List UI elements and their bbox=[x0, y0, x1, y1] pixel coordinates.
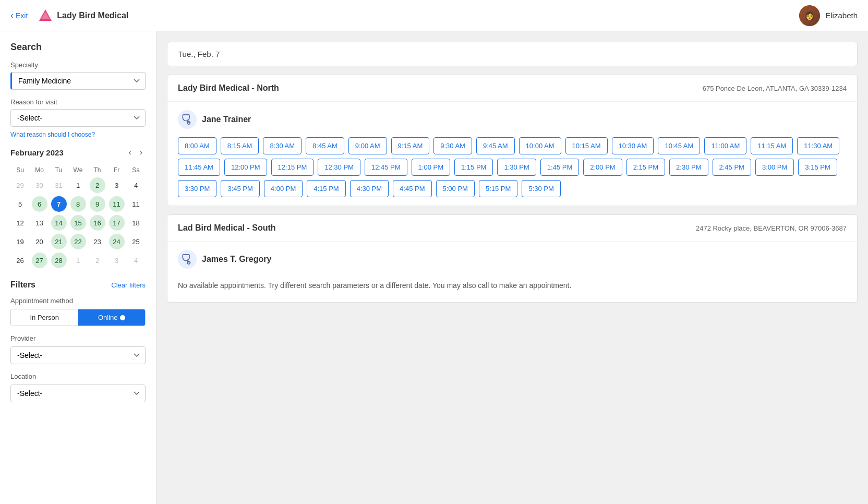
time-slot-button[interactable]: 5:00 PM bbox=[436, 180, 475, 197]
time-slot-button[interactable]: 2:45 PM bbox=[713, 159, 751, 176]
brand-name: Lady Bird Medical bbox=[57, 11, 128, 20]
time-slot-button[interactable]: 10:00 AM bbox=[519, 137, 561, 154]
calendar-day[interactable]: 3 bbox=[107, 176, 126, 195]
time-slot-button[interactable]: 5:30 PM bbox=[522, 180, 560, 197]
doctor-icon bbox=[178, 250, 197, 269]
time-slot-button[interactable]: 11:30 AM bbox=[797, 137, 839, 154]
calendar-day[interactable]: 29 bbox=[10, 176, 30, 195]
time-slot-button[interactable]: 8:45 AM bbox=[306, 137, 344, 154]
calendar-day[interactable]: 15 bbox=[68, 213, 88, 232]
time-slot-button[interactable]: 12:00 PM bbox=[224, 159, 267, 176]
calendar-day[interactable]: 31 bbox=[49, 176, 68, 195]
time-slot-button[interactable]: 3:15 PM bbox=[798, 159, 837, 176]
calendar-day[interactable]: 7 bbox=[49, 195, 68, 213]
calendar-day[interactable]: 14 bbox=[49, 213, 68, 232]
brand-icon bbox=[38, 8, 53, 23]
time-slot-button[interactable]: 8:15 AM bbox=[221, 137, 259, 154]
calendar-day[interactable]: 8 bbox=[68, 195, 88, 213]
calendar-day[interactable]: 17 bbox=[107, 213, 126, 232]
calendar-day[interactable]: 13 bbox=[30, 213, 49, 232]
avatar-image: 👩 bbox=[799, 5, 820, 26]
calendar-day[interactable]: 11 bbox=[107, 195, 126, 213]
time-slot-button[interactable]: 2:30 PM bbox=[669, 159, 708, 176]
calendar-day[interactable]: 12 bbox=[10, 213, 30, 232]
specialty-select[interactable]: Family Medicine bbox=[10, 72, 146, 90]
prev-month-button[interactable]: ‹ bbox=[125, 147, 134, 158]
time-slot-button[interactable]: 2:15 PM bbox=[626, 159, 665, 176]
clear-filters-button[interactable]: Clear filters bbox=[111, 281, 146, 289]
reason-group: Reason for visit -Select- What reason sh… bbox=[10, 98, 146, 138]
time-slot-button[interactable]: 5:15 PM bbox=[479, 180, 517, 197]
calendar-day[interactable]: 26 bbox=[10, 251, 30, 270]
time-slot-button[interactable]: 12:15 PM bbox=[271, 159, 314, 176]
time-slot-button[interactable]: 4:15 PM bbox=[307, 180, 345, 197]
calendar-day[interactable]: 21 bbox=[49, 232, 68, 251]
time-slot-button[interactable]: 11:45 AM bbox=[178, 159, 220, 176]
time-slot-button[interactable]: 10:15 AM bbox=[565, 137, 608, 154]
time-slot-button[interactable]: 12:45 PM bbox=[365, 159, 407, 176]
time-slot-button[interactable]: 1:15 PM bbox=[454, 159, 493, 176]
calendar-day[interactable]: 24 bbox=[107, 232, 126, 251]
time-slot-button[interactable]: 2:00 PM bbox=[583, 159, 622, 176]
calendar-day[interactable]: 22 bbox=[68, 232, 88, 251]
time-slot-button[interactable]: 4:30 PM bbox=[350, 180, 389, 197]
location-label: Location bbox=[10, 373, 146, 380]
clinic-header: Lad Bird Medical - South2472 Rocky place… bbox=[167, 215, 857, 242]
calendar-day[interactable]: 4 bbox=[126, 251, 146, 270]
time-slot-button[interactable]: 3:30 PM bbox=[178, 180, 216, 197]
calendar-day[interactable]: 28 bbox=[49, 251, 68, 270]
time-slot-button[interactable]: 3:00 PM bbox=[755, 159, 794, 176]
calendar-day[interactable]: 18 bbox=[126, 213, 146, 232]
calendar-day[interactable]: 3 bbox=[107, 251, 126, 270]
time-slot-button[interactable]: 9:00 AM bbox=[348, 137, 387, 154]
time-slot-button[interactable]: 3:45 PM bbox=[221, 180, 259, 197]
calendar-day[interactable]: 25 bbox=[126, 232, 146, 251]
time-slot-button[interactable]: 1:45 PM bbox=[540, 159, 579, 176]
time-slot-button[interactable]: 9:15 AM bbox=[391, 137, 430, 154]
online-indicator bbox=[120, 315, 125, 320]
time-slot-button[interactable]: 10:45 AM bbox=[658, 137, 700, 154]
provider-filter-group: Provider -Select- bbox=[10, 334, 146, 364]
calendar-day[interactable]: 1 bbox=[68, 251, 88, 270]
time-slot-button[interactable]: 12:30 PM bbox=[318, 159, 360, 176]
exit-button[interactable]: Exit bbox=[10, 10, 28, 21]
time-slot-button[interactable]: 1:30 PM bbox=[497, 159, 536, 176]
calendar-day[interactable]: 5 bbox=[10, 195, 30, 213]
time-slot-button[interactable]: 4:00 PM bbox=[264, 180, 303, 197]
calendar-day[interactable]: 9 bbox=[88, 195, 107, 213]
reason-label: Reason for visit bbox=[10, 98, 146, 106]
calendar-day[interactable]: 23 bbox=[88, 232, 107, 251]
doctor-section: Jane Trainer8:00 AM8:15 AM8:30 AM8:45 AM… bbox=[167, 102, 857, 206]
calendar-day[interactable]: 1 bbox=[68, 176, 88, 195]
reason-hint[interactable]: What reason should I choose? bbox=[10, 131, 95, 138]
time-slot-button[interactable]: 10:30 AM bbox=[612, 137, 654, 154]
calendar-day[interactable]: 4 bbox=[126, 176, 146, 195]
calendar-day[interactable]: 6 bbox=[30, 195, 49, 213]
time-slot-button[interactable]: 11:15 AM bbox=[751, 137, 793, 154]
time-slot-button[interactable]: 4:45 PM bbox=[393, 180, 431, 197]
reason-select[interactable]: -Select- bbox=[10, 109, 146, 127]
calendar-day[interactable]: 30 bbox=[30, 176, 49, 195]
time-slot-button[interactable]: 8:30 AM bbox=[263, 137, 302, 154]
online-button[interactable]: Online bbox=[78, 309, 146, 326]
in-person-button[interactable]: In Person bbox=[11, 309, 78, 326]
provider-select[interactable]: -Select- bbox=[10, 346, 146, 364]
location-select[interactable]: -Select- bbox=[10, 385, 146, 402]
doctor-name: Jane Trainer bbox=[202, 115, 251, 124]
provider-label: Provider bbox=[10, 334, 146, 342]
filters-title: Filters bbox=[10, 280, 35, 290]
calendar-day[interactable]: 19 bbox=[10, 232, 30, 251]
calendar-day[interactable]: 27 bbox=[30, 251, 49, 270]
next-month-button[interactable]: › bbox=[137, 147, 146, 158]
calendar-day[interactable]: 2 bbox=[88, 251, 107, 270]
time-slot-button[interactable]: 9:45 AM bbox=[476, 137, 515, 154]
clinic-name: Lad Bird Medical - South bbox=[178, 223, 276, 233]
calendar-day[interactable]: 11 bbox=[126, 195, 146, 213]
time-slot-button[interactable]: 1:00 PM bbox=[412, 159, 450, 176]
time-slot-button[interactable]: 11:00 AM bbox=[704, 137, 746, 154]
calendar-day[interactable]: 2 bbox=[88, 176, 107, 195]
calendar-day[interactable]: 16 bbox=[88, 213, 107, 232]
calendar-day[interactable]: 20 bbox=[30, 232, 49, 251]
time-slot-button[interactable]: 9:30 AM bbox=[433, 137, 472, 154]
time-slot-button[interactable]: 8:00 AM bbox=[178, 137, 216, 154]
